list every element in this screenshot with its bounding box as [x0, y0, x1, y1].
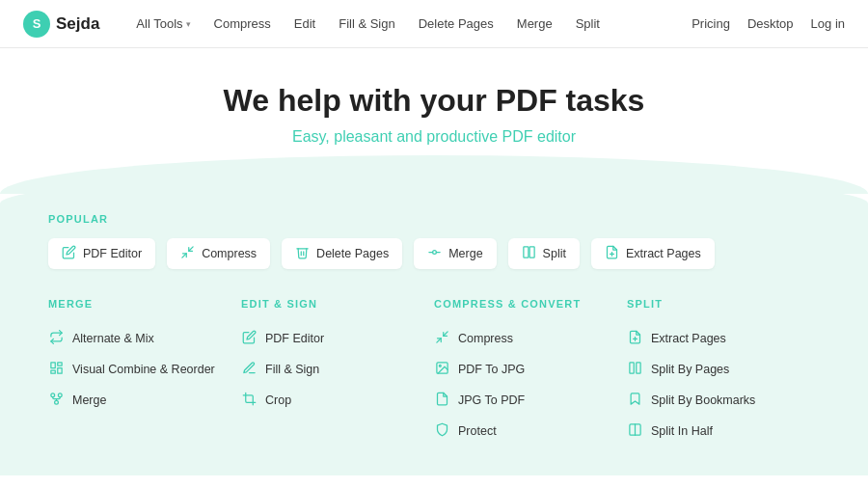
protect-icon: [434, 422, 449, 440]
tool-jpg-to-pdf[interactable]: JPG To PDF: [434, 385, 608, 416]
pdf-jpg-icon: [434, 361, 449, 378]
tool-crop[interactable]: Crop: [241, 385, 415, 416]
category-merge: MERGE Alternate & Mix Visual Combine & R…: [48, 298, 241, 447]
tool-visual-combine[interactable]: Visual Combine & Reorder: [48, 354, 222, 385]
nav-all-tools[interactable]: All Tools ▾: [126, 11, 200, 37]
svg-line-17: [436, 339, 440, 342]
tool-merge[interactable]: Merge: [48, 385, 222, 416]
category-compress-convert: COMPRESS & CONVERT Compress PDF To JPG J…: [434, 298, 627, 447]
tool-alternate-mix[interactable]: Alternate & Mix: [48, 323, 222, 354]
hero-title: We help with your PDF tasks: [19, 83, 849, 119]
tool-protect[interactable]: Protect: [434, 416, 608, 447]
nav-delete-pages[interactable]: Delete Pages: [409, 11, 503, 37]
popular-label: POPULAR: [48, 213, 820, 225]
svg-line-1: [189, 247, 193, 251]
category-edit-sign: EDIT & SIGN PDF Editor Fill & Sign Crop: [241, 298, 434, 447]
tool-split-by-bookmarks[interactable]: Split By Bookmarks: [627, 385, 800, 416]
svg-rect-9: [50, 363, 54, 368]
navbar: S Sejda All Tools ▾ Compress Edit Fill &…: [0, 0, 868, 48]
category-edit-title: EDIT & SIGN: [241, 298, 415, 310]
nav-links: All Tools ▾ Compress Edit Fill & Sign De…: [126, 11, 692, 37]
extract-icon: [605, 245, 619, 262]
popular-section: POPULAR PDF Editor Compress Delete Pages: [48, 213, 820, 269]
svg-rect-5: [523, 247, 528, 258]
tool-extract-pages[interactable]: Extract Pages: [627, 323, 800, 354]
logo-icon: S: [23, 11, 50, 38]
nav-edit[interactable]: Edit: [285, 11, 325, 37]
visual-combine-icon: [48, 361, 64, 378]
category-split-title: SPLIT: [627, 298, 800, 310]
logo-text: Sejda: [56, 14, 99, 34]
hero-section: We help with your PDF tasks Easy, pleasa…: [0, 48, 868, 146]
pdf-editor-icon: [241, 330, 257, 347]
merge-cat-icon: [48, 392, 64, 409]
svg-rect-24: [636, 363, 639, 373]
svg-line-18: [443, 332, 447, 336]
nav-split[interactable]: Split: [566, 11, 610, 37]
svg-rect-6: [529, 247, 534, 258]
nav-pricing[interactable]: Pricing: [692, 16, 730, 31]
logo[interactable]: S Sejda: [23, 11, 99, 38]
jpg-pdf-icon: [434, 392, 449, 409]
tools-section: POPULAR PDF Editor Compress Delete Pages: [0, 175, 868, 475]
category-compress-title: COMPRESS & CONVERT: [434, 298, 608, 310]
category-split: SPLIT Extract Pages Split By Pages Split…: [627, 298, 820, 447]
popular-delete-pages[interactable]: Delete Pages: [282, 238, 402, 269]
hero-subtitle: Easy, pleasant and productive PDF editor: [19, 128, 849, 146]
crop-icon: [241, 392, 257, 409]
svg-point-20: [439, 365, 441, 366]
popular-pdf-editor[interactable]: PDF Editor: [48, 238, 155, 269]
nav-fill-sign[interactable]: Fill & Sign: [329, 11, 405, 37]
edit-icon: [62, 245, 76, 262]
alternate-icon: [48, 330, 64, 347]
svg-rect-10: [57, 363, 61, 366]
compress-cat-icon: [434, 330, 449, 347]
split-half-icon: [627, 422, 642, 440]
tool-compress[interactable]: Compress: [434, 323, 608, 354]
tool-split-in-half[interactable]: Split In Half: [627, 416, 800, 447]
popular-tools-row: PDF Editor Compress Delete Pages Merge: [48, 238, 820, 269]
chevron-down-icon: ▾: [186, 19, 191, 29]
nav-right: Pricing Desktop Log in: [692, 16, 845, 31]
svg-rect-12: [50, 370, 54, 373]
popular-extract-pages[interactable]: Extract Pages: [591, 238, 715, 269]
nav-compress[interactable]: Compress: [204, 11, 281, 37]
compress-icon: [180, 245, 195, 262]
fill-sign-icon: [241, 361, 257, 378]
tool-pdf-to-jpg[interactable]: PDF To JPG: [434, 354, 608, 385]
extract-pages-icon: [627, 330, 642, 347]
popular-split[interactable]: Split: [508, 238, 580, 269]
category-merge-title: MERGE: [48, 298, 222, 310]
split-pages-icon: [627, 361, 642, 378]
split-bookmarks-icon: [627, 392, 642, 409]
tool-split-by-pages[interactable]: Split By Pages: [627, 354, 800, 385]
nav-login[interactable]: Log in: [811, 16, 845, 31]
split-icon: [522, 245, 536, 262]
delete-icon: [295, 245, 310, 262]
popular-compress[interactable]: Compress: [167, 238, 270, 269]
tool-fill-sign[interactable]: Fill & Sign: [241, 354, 415, 385]
tool-pdf-editor[interactable]: PDF Editor: [241, 323, 415, 354]
svg-rect-11: [57, 368, 61, 374]
svg-rect-23: [629, 363, 633, 373]
nav-desktop[interactable]: Desktop: [747, 16, 794, 31]
popular-merge[interactable]: Merge: [414, 238, 496, 269]
nav-merge[interactable]: Merge: [507, 11, 562, 37]
svg-line-0: [182, 254, 186, 258]
merge-icon: [427, 245, 442, 262]
categories-row: MERGE Alternate & Mix Visual Combine & R…: [48, 298, 820, 447]
